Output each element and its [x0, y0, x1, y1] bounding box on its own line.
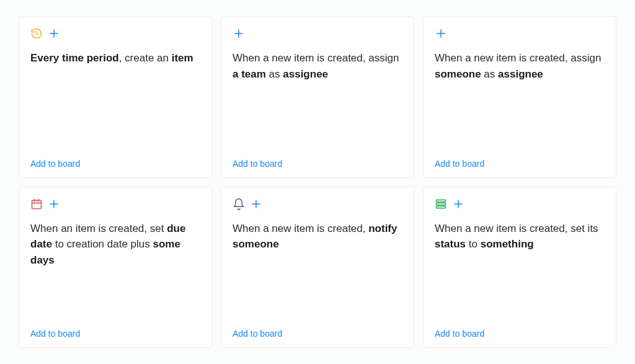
automation-text: as — [266, 68, 283, 80]
automation-description: When an item is created, set due date to… — [30, 221, 200, 269]
automation-card-grid: Every time period, create an itemAdd to … — [19, 16, 616, 348]
automation-text: to creation date plus — [52, 238, 153, 250]
card-icon-row — [30, 196, 200, 212]
svg-rect-6 — [32, 200, 42, 208]
add-to-board-button[interactable]: Add to board — [435, 154, 605, 169]
card-icon-row — [30, 25, 200, 42]
automation-token: Every time period — [30, 52, 119, 64]
plus-icon — [435, 27, 447, 40]
automation-card[interactable]: When a new item is created, assign someo… — [423, 16, 616, 178]
automation-text: When a new item is created, assign — [435, 52, 601, 64]
automation-token: item — [172, 52, 193, 64]
automation-card[interactable]: Every time period, create an itemAdd to … — [19, 16, 212, 178]
automation-token: assignee — [283, 68, 328, 80]
automation-token: assignee — [498, 68, 543, 80]
plus-icon — [48, 27, 60, 40]
rows-icon — [435, 198, 447, 210]
card-icon-row — [233, 25, 402, 42]
automation-card[interactable]: When an item is created, set due date to… — [19, 187, 212, 348]
add-to-board-button[interactable]: Add to board — [435, 324, 605, 339]
svg-rect-15 — [437, 203, 446, 205]
automation-description: When a new item is created, notify someo… — [233, 221, 402, 252]
automation-text: When a new item is created, — [233, 223, 368, 234]
svg-rect-14 — [437, 200, 446, 202]
card-icon-row — [233, 196, 402, 212]
automation-description: When a new item is created, assign a tea… — [233, 50, 402, 82]
card-icon-row — [435, 25, 605, 42]
automation-description: When a new item is created, assign someo… — [435, 50, 605, 82]
plus-icon — [250, 198, 262, 210]
plus-icon — [233, 27, 245, 40]
automation-text: to — [466, 238, 481, 250]
bell-icon — [233, 198, 245, 210]
card-icon-row — [435, 196, 605, 212]
automation-token: something — [481, 238, 534, 250]
automation-card[interactable]: When a new item is created, assign a tea… — [221, 16, 414, 178]
automation-card[interactable]: When a new item is created, set its stat… — [423, 187, 616, 348]
svg-rect-16 — [437, 206, 446, 208]
automation-token: status — [435, 238, 466, 250]
add-to-board-button[interactable]: Add to board — [30, 324, 200, 339]
automation-description: When a new item is created, set its stat… — [435, 221, 605, 252]
automation-description: Every time period, create an item — [30, 50, 200, 66]
add-to-board-button[interactable]: Add to board — [233, 324, 402, 339]
calendar-icon — [30, 198, 43, 210]
plus-icon — [48, 198, 60, 210]
add-to-board-button[interactable]: Add to board — [30, 154, 200, 169]
automation-text: When an item is created, set — [30, 223, 167, 234]
plus-icon — [452, 198, 464, 210]
clock-refresh-icon — [30, 27, 43, 40]
automation-text: When a new item is created, set its — [435, 223, 598, 234]
automation-token: someone — [435, 68, 481, 80]
automation-text: , create an — [119, 52, 172, 64]
automation-text: as — [481, 68, 498, 80]
automation-token: a team — [233, 68, 266, 80]
add-to-board-button[interactable]: Add to board — [233, 154, 402, 169]
automation-card[interactable]: When a new item is created, notify someo… — [221, 187, 414, 348]
automation-text: When a new item is created, assign — [233, 52, 399, 64]
